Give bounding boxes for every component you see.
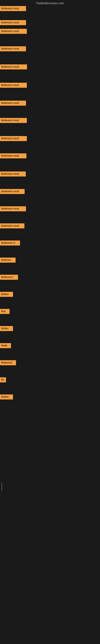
bottleneck-result-item[interactable]: Bottleneck result [0, 100, 26, 106]
bottleneck-result-item[interactable]: Bottleneck result [0, 118, 27, 123]
bottleneck-result-item[interactable]: Bottlen [0, 394, 13, 400]
bottleneck-result-item[interactable]: Bottleneck result [0, 29, 27, 34]
bottleneck-result-item[interactable]: Bott [0, 309, 10, 314]
bottleneck-result-item[interactable]: Bottleneck result [0, 153, 26, 158]
bottleneck-result-item[interactable]: Bottleneck r [0, 275, 18, 280]
bottleneck-result-item[interactable]: Bottleneck result [0, 224, 24, 228]
bottleneck-result-item[interactable]: Bottleneck result [0, 136, 27, 141]
bottleneck-result-item[interactable]: Bottleneck result [0, 6, 26, 11]
bottleneck-result-item[interactable]: Bottlen [0, 326, 13, 331]
bottleneck-result-item[interactable]: Bottleneck result [0, 206, 26, 211]
bottleneck-result-item[interactable]: Bottlen [0, 292, 13, 297]
bottleneck-result-item[interactable]: Bottleneck re [0, 240, 20, 246]
bottleneck-result-item[interactable]: Bottlenec [0, 258, 16, 263]
bottleneck-result-item[interactable]: Bottleneck result [0, 46, 26, 51]
bottleneck-result-item[interactable]: Bottleneck result [0, 189, 25, 194]
bottleneck-result-item[interactable]: Bottleneck result [0, 20, 26, 25]
bottleneck-result-item[interactable]: Bottleneck result [0, 172, 26, 176]
bottleneck-result-item[interactable]: Bo [0, 377, 6, 382]
bottleneck-result-item[interactable]: Bottle [0, 343, 11, 348]
cursor-line [1, 483, 2, 491]
bottleneck-result-item[interactable]: Bottleneck result [0, 64, 27, 70]
site-title: TheBottlenecker.com [0, 0, 100, 6]
bottleneck-result-item[interactable]: Bottleneck result [0, 83, 27, 88]
bottleneck-result-item[interactable]: Bottleneck [0, 360, 16, 365]
